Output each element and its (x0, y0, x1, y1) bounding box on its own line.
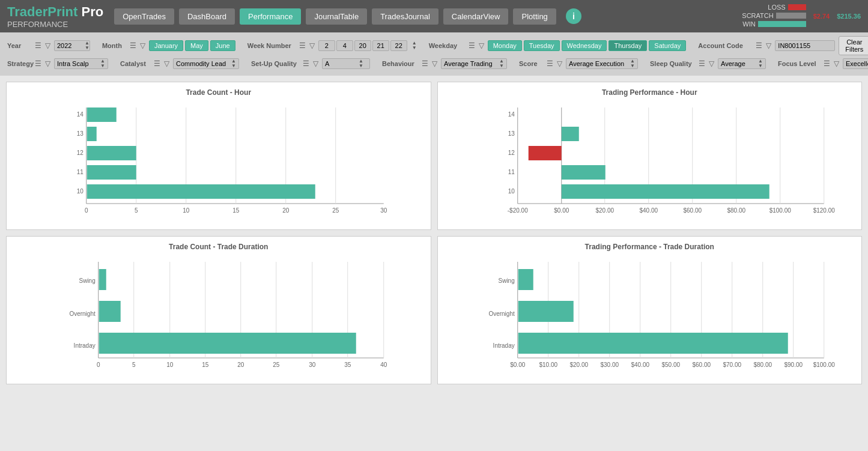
nav-calendar-view[interactable]: CalendarView (443, 8, 509, 25)
clear-filters-btn[interactable]: Clear Filters (839, 36, 868, 55)
setup-input[interactable] (323, 59, 359, 68)
setup-input-wrap: ▲▼ (322, 58, 370, 69)
weekday-thursday[interactable]: Thursday (609, 40, 647, 51)
account-funnel-icon[interactable]: ▽ (766, 41, 771, 50)
focus-filter-icon[interactable]: ☰ (824, 59, 830, 68)
month-label: Month (102, 42, 126, 49)
nav-plotting[interactable]: Plotting (513, 8, 556, 25)
svg-text:14: 14 (508, 111, 515, 118)
svg-text:30: 30 (309, 362, 316, 368)
filter-row-1: Year ☰ ▽ ▲▼ Month ☰ ▽ January May June W… (7, 36, 861, 55)
year-label: Year (7, 42, 31, 49)
setup-funnel-icon[interactable]: ▽ (313, 59, 318, 68)
svg-text:$50.00: $50.00 (661, 362, 680, 368)
chart-body-tcd: 0 5 10 15 20 25 30 35 40 Swing Overnight… (13, 256, 425, 378)
svg-text:$120.00: $120.00 (813, 207, 835, 214)
svg-text:$60.00: $60.00 (692, 362, 711, 368)
sleep-filter-icon[interactable]: ☰ (699, 59, 705, 68)
month-funnel-icon[interactable]: ▽ (140, 41, 145, 50)
year-input[interactable] (55, 41, 85, 50)
week-funnel-icon[interactable]: ▽ (309, 41, 315, 50)
svg-text:10: 10 (508, 188, 515, 195)
score-filter-icon[interactable]: ☰ (547, 59, 553, 68)
focus-funnel-icon[interactable]: ▽ (834, 59, 839, 68)
behaviour-funnel-icon[interactable]: ▽ (432, 59, 437, 68)
logo: TraderPrint Pro PERFORMANCE (7, 4, 109, 29)
header: TraderPrint Pro PERFORMANCE OpenTrades D… (0, 0, 868, 32)
month-tag-jun[interactable]: June (210, 40, 235, 51)
score-funnel-icon[interactable]: ▽ (557, 59, 562, 68)
month-tag-jan[interactable]: January (149, 40, 183, 51)
strategy-funnel-icon[interactable]: ▽ (45, 59, 50, 68)
header-legend: LOSS SCRATCH WIN $2.74 $215.36 (742, 4, 861, 29)
catalyst-spinner[interactable]: ▲▼ (231, 59, 236, 68)
week-input-2[interactable] (336, 40, 353, 51)
setup-filter-icon[interactable]: ☰ (303, 59, 309, 68)
win-label: WIN (742, 20, 755, 28)
nav-performance[interactable]: Performance (240, 8, 301, 25)
focus-input-wrap: ▲▼ (843, 58, 868, 69)
nav-open-trades[interactable]: OpenTrades (114, 8, 174, 25)
chart-body-ph: -$20.00 $0.00 $20.00 $40.00 $60.00 $80.0… (444, 101, 856, 223)
svg-text:$70.00: $70.00 (723, 362, 741, 368)
behaviour-input[interactable] (442, 59, 499, 68)
bar-hour-13 (87, 127, 97, 141)
week-input-3[interactable] (354, 40, 371, 51)
chart-perf-hour: Trading Performance - Hour -$20.00 (437, 82, 863, 230)
weekday-funnel-icon[interactable]: ▽ (479, 41, 484, 50)
month-tags: January May June (149, 40, 235, 51)
account-filter-icon[interactable]: ☰ (756, 41, 762, 50)
week-input-4[interactable] (372, 40, 389, 51)
weekday-wednesday[interactable]: Wednesday (562, 40, 607, 51)
setup-spinner[interactable]: ▲▼ (359, 59, 363, 68)
weekday-saturday[interactable]: Saturday (649, 40, 686, 51)
nav-journal-table[interactable]: JournalTable (306, 8, 367, 25)
score-label: Score (519, 60, 543, 67)
catalyst-input[interactable] (174, 59, 231, 68)
svg-text:$100.00: $100.00 (769, 207, 791, 214)
svg-text:$80.00: $80.00 (753, 362, 772, 368)
catalyst-filter-icon[interactable]: ☰ (154, 59, 160, 68)
week-filter-icon[interactable]: ☰ (299, 41, 306, 50)
score-spinner[interactable]: ▲▼ (630, 59, 635, 68)
year-funnel-icon[interactable]: ▽ (45, 41, 50, 50)
strategy-spinner[interactable]: ▲▼ (100, 59, 105, 68)
behaviour-spinner[interactable]: ▲▼ (499, 59, 504, 68)
svg-text:Swing: Swing (498, 277, 514, 284)
score-input[interactable] (566, 59, 630, 68)
strategy-filter-icon[interactable]: ☰ (35, 59, 41, 68)
nav-dashboard[interactable]: DashBoard (179, 8, 235, 25)
svg-text:$90.00: $90.00 (784, 362, 803, 368)
svg-text:11: 11 (77, 169, 84, 175)
sleep-funnel-icon[interactable]: ▽ (709, 59, 714, 68)
svg-text:$20.00: $20.00 (595, 207, 614, 214)
sleep-input[interactable] (718, 59, 758, 68)
nav-trades-journal[interactable]: TradesJournal (372, 8, 439, 25)
week-input-5[interactable] (390, 40, 407, 51)
weekday-monday[interactable]: Monday (488, 40, 522, 51)
sleep-spinner[interactable]: ▲▼ (758, 59, 763, 68)
weekday-filter-icon[interactable]: ☰ (469, 41, 475, 50)
focus-input[interactable] (843, 59, 868, 68)
account-input-wrap (775, 40, 835, 51)
month-filter-icon[interactable]: ☰ (130, 41, 136, 50)
year-filter-icon[interactable]: ☰ (35, 41, 41, 50)
catalyst-funnel-icon[interactable]: ▽ (164, 59, 169, 68)
weekday-tuesday[interactable]: Tuesday (524, 40, 560, 51)
info-button[interactable]: i (566, 8, 581, 24)
year-spinner[interactable]: ▲▼ (85, 41, 90, 50)
strategy-input[interactable] (55, 59, 100, 68)
month-tag-may[interactable]: May (185, 40, 208, 51)
weekday-label: Weekday (429, 42, 465, 49)
chart-svg-tcd: 0 5 10 15 20 25 30 35 40 Swing Overnight… (13, 256, 425, 376)
strategy-input-wrap: ▲▼ (54, 58, 108, 69)
behaviour-filter-icon[interactable]: ☰ (422, 59, 428, 68)
svg-text:$10.00: $10.00 (539, 362, 557, 368)
bar-perf-dur-overnight (518, 301, 573, 322)
account-input[interactable] (775, 41, 830, 50)
week-spinner[interactable]: ▲▼ (412, 41, 417, 50)
catalyst-label: Catalyst (120, 60, 150, 67)
week-input-1[interactable] (318, 40, 335, 51)
chart-trade-count-duration: Trade Count - Trade Duration 0 5 10 15 (6, 236, 431, 384)
svg-text:$40.00: $40.00 (639, 207, 658, 214)
